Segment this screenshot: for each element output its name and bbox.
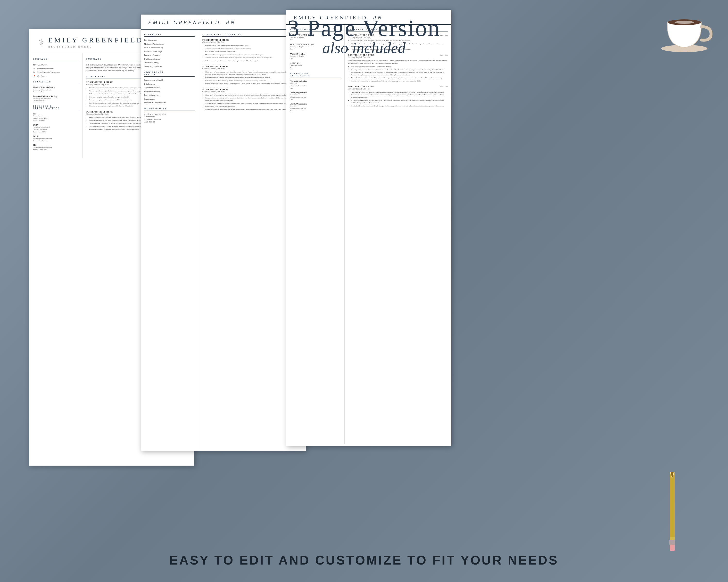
page3-exp3-company: Company/Hospital, City, State xyxy=(348,88,448,90)
edu1-school: University of Pennsylvania xyxy=(33,89,78,91)
contact-section-title: CONTACT xyxy=(33,58,78,61)
edu1-degree: Master of Science in Nursing xyxy=(33,86,78,89)
page3-exp2-intro: Delivered compassionate patient care dur… xyxy=(348,59,448,64)
resume3-right-column: EXPERIENCE continued POSITION TITLE HERE… xyxy=(345,25,451,444)
contact-email: ✉ youremail@mail.com xyxy=(33,67,78,70)
additional-skills-title: ADDITIONALSKILLS xyxy=(144,71,196,77)
cert-ccrn: CCRN American Association ofCritical Car… xyxy=(33,124,78,133)
volunteer-title: VOLUNTEEREXPERIENCE xyxy=(290,73,341,78)
resume2-left-column: EXPERTISE Pain Management Medication Adm… xyxy=(141,30,199,449)
page-title: 3 Page Version xyxy=(0,15,728,41)
cert-bls: BLS American Heart AssociationExpires Mo… xyxy=(33,144,78,151)
skill-compassionate: Compassionate xyxy=(144,98,196,101)
email-icon: ✉ xyxy=(33,67,36,70)
svg-rect-5 xyxy=(669,540,675,545)
svg-rect-6 xyxy=(670,545,675,551)
education-section-title: EDUCATION xyxy=(33,81,78,84)
contact-linkedin: in Linkedin.com/in/first-lastname xyxy=(33,71,78,74)
page-subtitle: also included xyxy=(0,39,728,57)
resume3-body: ACHIEVEMENTS ACHIEVEMENT HERE Company or… xyxy=(286,25,451,444)
membership-1: American Nurses Association 2019 - Prese… xyxy=(144,113,196,118)
svg-rect-3 xyxy=(670,472,675,542)
skill-spanish: Conversational in Spanish xyxy=(144,79,196,82)
resume2-body: EXPERTISE Pain Management Medication Adm… xyxy=(141,30,306,449)
volunteer-1: Charity/Organization Your RoleInfo about… xyxy=(290,80,341,89)
svg-point-2 xyxy=(675,21,694,24)
contact-location: 📍 City, State xyxy=(33,75,78,77)
skill-healthcare-edu: Healthcare Education xyxy=(144,58,196,61)
skill-organized: Organized & efficient xyxy=(144,87,196,89)
achievement-honors: HONORS University/SchoolDate xyxy=(290,62,341,70)
footer-section: EASY TO EDIT AND CUSTOMIZE TO FIT YOUR N… xyxy=(0,553,728,567)
resume3-left-column: ACHIEVEMENTS ACHIEVEMENT HERE Company or… xyxy=(286,25,345,444)
resume-page-3: EMILY GREENFIELD, RN ACHIEVEMENTS ACHIEV… xyxy=(286,10,451,446)
edu2-date: Graduation Date xyxy=(33,100,78,102)
cert-rn: RN ConnecticutExpires Month, YearLicense… xyxy=(33,113,78,122)
skill-fast-learner: Extremely fast learner xyxy=(144,90,196,93)
resume1-left-column: CONTACT ☎ 123.456.7890 ✉ youremail@mail.… xyxy=(29,53,82,158)
cert-acls: ACLS American Heart AssociationExpires M… xyxy=(33,135,78,142)
resume-page-2: EMILY GREENFIELD, RN EXPERTISE Pain Mana… xyxy=(141,15,306,451)
phone-icon: ☎ xyxy=(33,63,36,66)
location-icon: 📍 xyxy=(33,75,36,77)
page3-exp-2: POSITION TITLE HERE Date - Date Company/… xyxy=(348,54,448,82)
skill-pressure: Excel under pressure xyxy=(144,94,196,97)
volunteer-2: Charity/Organization Your RoleInfo about… xyxy=(290,92,341,101)
volunteer-3: Charity/Organization Your RoleInfo about… xyxy=(290,103,341,112)
edu2-degree: Bachelor of Science in Nursing xyxy=(33,95,78,98)
page3-exp3-title: POSITION TITLE HERE xyxy=(348,86,374,88)
page3-exp2-bullets: Here are some sample sentences for a Pro… xyxy=(348,65,448,82)
linkedin-icon: in xyxy=(33,71,36,74)
header-section: 3 Page Version also included xyxy=(0,15,728,57)
edu1-date: Graduation Date xyxy=(33,91,78,93)
membership-2: CT Nurses Association 2022 - Present xyxy=(144,118,196,123)
skill-cerner-soft: Proficient in Cerner Software xyxy=(144,102,196,104)
skill-detail: Detail-oriented xyxy=(144,83,196,86)
education-entry-1: Master of Science in Nursing University … xyxy=(33,86,78,93)
coffee-cup-decoration xyxy=(660,2,713,54)
pencil-decoration xyxy=(665,472,679,558)
education-entry-2: Bachelor of Science in Nursing Universit… xyxy=(33,95,78,102)
memberships-title: MEMBERSHIPS xyxy=(144,108,196,111)
footer-text: EASY TO EDIT AND CUSTOMIZE TO FIT YOUR N… xyxy=(0,553,728,567)
skill-treatment: Treatment Planning xyxy=(144,62,196,64)
licenses-section-title: LICENSES &CERTIFICATIONS xyxy=(33,105,78,110)
page3-exp-3: POSITION TITLE HERE Date - Date Company/… xyxy=(348,86,448,107)
skill-cerner: Cerner & Epic Software xyxy=(144,65,196,68)
contact-phone: ☎ 123.456.7890 xyxy=(33,63,78,66)
page3-exp3-bullets: Passionate, dedicated and motivated nurs… xyxy=(348,91,448,107)
page3-exp3-date: Date - Date xyxy=(440,86,448,88)
svg-rect-4 xyxy=(670,537,675,540)
edu2-school: University of Connecticut xyxy=(33,98,78,100)
